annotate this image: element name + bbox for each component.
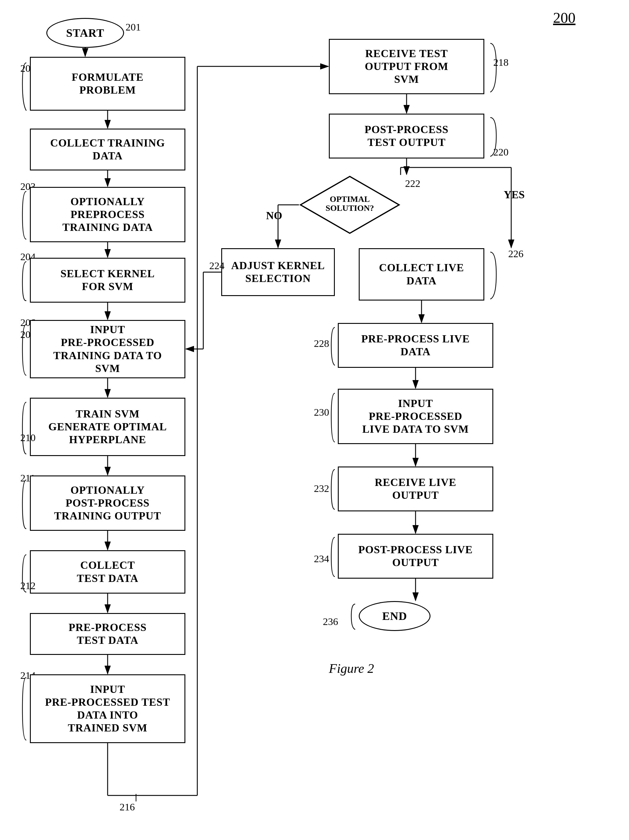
receive-test-node: RECEIVE TESTOUTPUT FROMSVM xyxy=(329,39,484,94)
receive-live-node: RECEIVE LIVEOUTPUT xyxy=(338,466,493,512)
label-234: 234 xyxy=(314,553,329,565)
end-node: END xyxy=(359,601,430,631)
start-node: START xyxy=(46,18,124,48)
optimal-solution-node: OPTIMAL SOLUTION? xyxy=(299,175,400,235)
diagram-container: 200 START 201 202 FORMULATE PROBLEM COLL… xyxy=(0,0,629,840)
label-222: 222 xyxy=(405,178,420,189)
label-yes: YES xyxy=(504,188,525,201)
preprocess-training-node: OPTIONALLYPREPROCESSTRAINING DATA xyxy=(30,187,185,242)
preprocess-live-node: PRE-PROCESS LIVEDATA xyxy=(338,323,493,368)
select-kernel-node: SELECT KERNELFOR SVM xyxy=(30,258,185,303)
label-230: 230 xyxy=(314,407,329,418)
label-no: NO xyxy=(266,209,282,222)
post-test-node: POST-PROCESSTEST OUTPUT xyxy=(329,114,484,158)
label-228: 228 xyxy=(314,338,329,349)
label-224: 224 xyxy=(209,260,224,272)
input-test-node: INPUTPRE-PROCESSED TESTDATA INTOTRAINED … xyxy=(30,674,185,743)
collect-training-node: COLLECT TRAININGDATA xyxy=(30,129,185,171)
input-training-node: INPUTPRE-PROCESSEDTRAINING DATA TOSVM xyxy=(30,320,185,378)
adjust-kernel-node: ADJUST KERNELSELECTION xyxy=(221,248,335,296)
label-220: 220 xyxy=(493,147,509,158)
label-236: 236 xyxy=(323,616,338,627)
label-212: 212 xyxy=(20,580,36,592)
preprocess-test-node: PRE-PROCESSTEST DATA xyxy=(30,613,185,655)
formulate-problem-node: FORMULATE PROBLEM xyxy=(30,57,185,111)
train-svm-node: TRAIN SVMGENERATE OPTIMALHYPERPLANE xyxy=(30,398,185,456)
post-live-node: POST-PROCESS LIVEOUTPUT xyxy=(338,534,493,579)
label-210: 210 xyxy=(20,432,36,444)
label-232: 232 xyxy=(314,483,329,494)
label-201: 201 xyxy=(126,22,141,33)
label-216: 216 xyxy=(120,801,135,813)
collect-live-node: COLLECT LIVEDATA xyxy=(359,248,484,300)
label-226: 226 xyxy=(508,248,523,260)
label-218: 218 xyxy=(493,57,509,68)
svg-text:OPTIMAL: OPTIMAL xyxy=(330,194,370,204)
diagram-number: 200 xyxy=(553,9,575,26)
input-live-node: INPUTPRE-PROCESSEDLIVE DATA TO SVM xyxy=(338,389,493,444)
figure-label: Figure 2 xyxy=(329,661,374,676)
post-training-node: OPTIONALLYPOST-PROCESSTRAINING OUTPUT xyxy=(30,475,185,531)
collect-test-node: COLLECTTEST DATA xyxy=(30,550,185,594)
svg-text:SOLUTION?: SOLUTION? xyxy=(326,203,374,213)
